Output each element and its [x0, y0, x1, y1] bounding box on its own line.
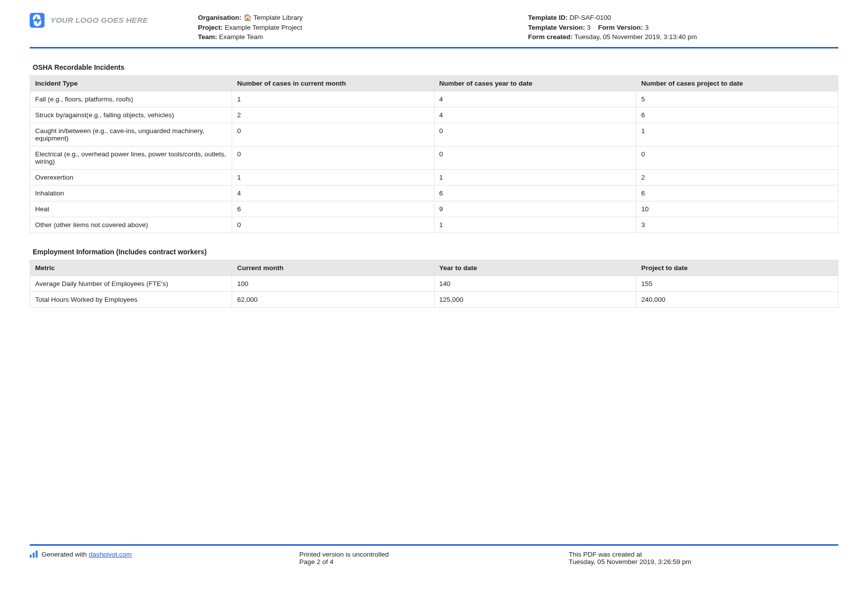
- table-cell: 62,000: [232, 291, 434, 307]
- table-cell: Struck by/against(e.g., falling objects,…: [30, 107, 232, 123]
- organisation-label: Organisation:: [198, 14, 241, 21]
- form-created-label: Form created:: [528, 33, 573, 41]
- template-version-label: Template Version:: [528, 24, 585, 31]
- team-label: Team:: [198, 33, 217, 41]
- form-created-value: Tuesday, 05 November 2019, 3:13:40 pm: [575, 33, 697, 41]
- table-cell: Other (other items not covered above): [30, 217, 232, 233]
- table-cell: 4: [232, 185, 434, 201]
- header-meta-right: Template ID: DP-SAF-0100 Template Versio…: [528, 13, 838, 42]
- table-cell: 0: [434, 146, 636, 169]
- table-cell: 1: [232, 169, 434, 185]
- table-cell: Heat: [30, 201, 232, 217]
- table-row: Overexertion112: [30, 169, 838, 185]
- table-cell: 140: [434, 276, 636, 291]
- table-row: Heat6910: [30, 201, 838, 217]
- incidents-header-month: Number of cases in current month: [232, 75, 434, 91]
- logo-icon: [30, 13, 45, 28]
- table-row: Inhalation466: [30, 185, 838, 201]
- incidents-section-title: OSHA Recordable Incidents: [33, 63, 838, 71]
- table-cell: 5: [636, 91, 838, 107]
- footer-center-1: Printed version is uncontrolled: [299, 551, 569, 558]
- footer-right-1: This PDF was created at: [569, 551, 838, 558]
- table-cell: 0: [434, 123, 636, 146]
- employment-header-month: Current month: [232, 260, 434, 276]
- table-cell: Electrical (e.g., overhead power lines, …: [30, 146, 232, 169]
- footer-right-2: Tuesday, 05 November 2019, 3:26:59 pm: [569, 558, 838, 566]
- template-id-value: DP-SAF-0100: [570, 14, 611, 21]
- project-value: Example Template Project: [225, 24, 302, 31]
- incidents-header-type: Incident Type: [30, 75, 232, 91]
- table-cell: 100: [232, 276, 434, 291]
- incidents-header-ptd: Number of cases project to date: [636, 75, 838, 91]
- table-cell: 0: [232, 217, 434, 233]
- table-row: Other (other items not covered above)013: [30, 217, 838, 233]
- table-cell: 6: [636, 185, 838, 201]
- logo-block: YOUR LOGO GOES HERE: [30, 13, 178, 28]
- incidents-header-ytd: Number of cases year to date: [434, 75, 636, 91]
- logo-placeholder-text: YOUR LOGO GOES HERE: [50, 16, 148, 25]
- employment-section-title: Employment Information (Includes contrac…: [33, 248, 838, 256]
- template-id-label: Template ID:: [528, 14, 568, 21]
- generated-link[interactable]: dashpivot.com: [89, 551, 132, 558]
- employment-header-metric: Metric: [30, 260, 232, 276]
- employment-header-ptd: Project to date: [636, 260, 838, 276]
- table-cell: 4: [434, 107, 636, 123]
- table-cell: 6: [232, 201, 434, 217]
- table-row: Average Daily Number of Employees (FTE's…: [30, 276, 838, 291]
- table-cell: 6: [636, 107, 838, 123]
- table-row: Caught in/between (e.g., cave-ins, ungua…: [30, 123, 838, 146]
- table-cell: 9: [434, 201, 636, 217]
- table-cell: Fall (e.g., floors, platforms, roofs): [30, 91, 232, 107]
- table-cell: 1: [232, 91, 434, 107]
- employment-header-ytd: Year to date: [434, 260, 636, 276]
- table-cell: 4: [434, 91, 636, 107]
- table-cell: 0: [636, 146, 838, 169]
- table-row: Total Hours Worked by Employees62,000125…: [30, 291, 838, 307]
- table-cell: 1: [434, 169, 636, 185]
- table-cell: 2: [232, 107, 434, 123]
- table-cell: 10: [636, 201, 838, 217]
- project-label: Project:: [198, 24, 223, 31]
- table-cell: Overexertion: [30, 169, 232, 185]
- table-cell: 2: [636, 169, 838, 185]
- table-cell: Caught in/between (e.g., cave-ins, ungua…: [30, 123, 232, 146]
- table-cell: 125,000: [434, 291, 636, 307]
- generated-label: Generated with: [42, 551, 89, 558]
- table-cell: 1: [636, 123, 838, 146]
- table-cell: 155: [636, 276, 838, 291]
- form-version-label: Form Version:: [598, 24, 643, 31]
- team-value: Example Team: [219, 33, 263, 41]
- footer-center-2: Page 2 of 4: [299, 558, 569, 566]
- table-cell: 0: [232, 123, 434, 146]
- page-header: YOUR LOGO GOES HERE Organisation: 🏠 Temp…: [30, 13, 838, 48]
- table-cell: 6: [434, 185, 636, 201]
- table-row: Struck by/against(e.g., falling objects,…: [30, 107, 838, 123]
- table-cell: Inhalation: [30, 185, 232, 201]
- table-cell: Total Hours Worked by Employees: [30, 291, 232, 307]
- table-cell: 0: [232, 146, 434, 169]
- table-cell: Average Daily Number of Employees (FTE's…: [30, 276, 232, 291]
- table-row: Electrical (e.g., overhead power lines, …: [30, 146, 838, 169]
- organisation-value: 🏠 Template Library: [243, 14, 303, 21]
- bars-icon: [30, 551, 38, 558]
- table-cell: 240,000: [636, 291, 838, 307]
- incidents-table: Incident Type Number of cases in current…: [30, 75, 838, 233]
- page-footer: Generated with dashpivot.com Printed ver…: [30, 544, 838, 566]
- template-version-value: 3: [587, 24, 591, 31]
- table-cell: 3: [636, 217, 838, 233]
- employment-table: Metric Current month Year to date Projec…: [30, 260, 838, 308]
- form-version-value: 3: [645, 24, 649, 31]
- table-cell: 1: [434, 217, 636, 233]
- table-row: Fall (e.g., floors, platforms, roofs)145: [30, 91, 838, 107]
- header-meta-left: Organisation: 🏠 Template Library Project…: [198, 13, 508, 42]
